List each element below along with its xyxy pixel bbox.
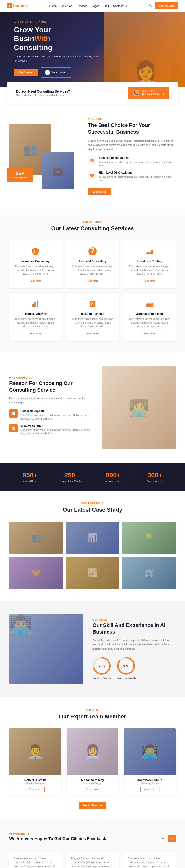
stat-awards: 360+ Awards Winning bbox=[134, 468, 176, 486]
case-item-3[interactable]: 💡 bbox=[122, 522, 176, 554]
nav-links: Home About Us Services Pages Blog Contac… bbox=[50, 4, 127, 8]
service-taxation-link[interactable]: Read More bbox=[86, 332, 98, 335]
member-1-name: Robert R Smith bbox=[13, 778, 57, 782]
nav-pages[interactable]: Pages bbox=[91, 4, 99, 8]
business-growth-percent: 85% bbox=[123, 664, 129, 668]
prev-testimonial-button[interactable]: ← bbox=[159, 835, 166, 842]
manufacturing-icon bbox=[144, 299, 155, 309]
svg-rect-0 bbox=[32, 304, 33, 307]
testimonials-grid: Tonque minim est dolor sit amet consecte… bbox=[9, 852, 176, 868]
business-growth-label: Business Growth bbox=[116, 677, 135, 679]
focused-title: Focused on Industries bbox=[99, 156, 176, 159]
team-header: Our Team Our Expert Team Member bbox=[9, 709, 176, 720]
testimonials-tag: Testimonials bbox=[9, 833, 29, 836]
testimonial-3: Tonque minim est dolor sit amet consecte… bbox=[123, 852, 176, 868]
team-grid: 👨‍💼 Robert R Smith Graphic Designer View… bbox=[9, 728, 176, 796]
skills-image-placeholder: 👨‍💻 bbox=[9, 614, 83, 684]
logo[interactable]: b buconz bbox=[7, 3, 28, 8]
svg-rect-2 bbox=[37, 301, 38, 307]
next-testimonial-button[interactable]: → bbox=[168, 835, 176, 842]
hero-title: Grow Your BusinWith Consulting bbox=[14, 25, 102, 52]
problem-solving-percent: 70% bbox=[99, 664, 105, 668]
skills-title: Our Skill And Experience In All Business bbox=[92, 622, 176, 635]
case-title: Our Latest Case Study bbox=[9, 506, 176, 513]
nav-blog[interactable]: Blog bbox=[103, 4, 109, 8]
service-insurance-link[interactable]: Read More bbox=[30, 280, 42, 282]
member-2-profile-button[interactable]: View Profile bbox=[83, 786, 102, 792]
service-analysis-link[interactable]: Read More bbox=[30, 332, 42, 335]
case-item-4[interactable]: 🤝 bbox=[9, 557, 63, 589]
service-investment-link[interactable]: Read More bbox=[143, 280, 155, 282]
knowledge-desc: Tonque minim est dolor voluptate et ulla… bbox=[99, 175, 176, 182]
reason-creative-desc: Duis delecit minim sed eiusmod tempor in… bbox=[20, 428, 92, 435]
team-section: Our Team Our Expert Team Member 👨‍💼 Robe… bbox=[0, 698, 185, 820]
service-analysis-desc: Duis delecit minim sed eiusmod tempor in… bbox=[14, 317, 57, 329]
member-3-name: Jonathan J Smith bbox=[128, 778, 172, 782]
stat-team: 250+ Expert Team Member bbox=[51, 468, 92, 486]
reason-creative: Creative Solution Duis delecit minim sed… bbox=[9, 424, 92, 435]
skill-business-growth: 85% Business Growth bbox=[116, 657, 135, 679]
phone-info: 📞 Call Us 24/7 (012) 123 4789 bbox=[128, 87, 169, 99]
member-3-image: 👨‍💻 bbox=[124, 728, 176, 775]
get-started-button[interactable]: Get Started bbox=[14, 68, 38, 76]
analysis-icon bbox=[30, 299, 41, 309]
member-2-image: 👩‍💼 bbox=[67, 728, 118, 775]
learn-more-button[interactable]: Learn More bbox=[88, 188, 111, 195]
testimonials-nav: ← → bbox=[159, 835, 176, 842]
get-quote-button[interactable]: Get A Quote bbox=[155, 2, 178, 9]
search-button[interactable]: 🔍 bbox=[149, 4, 152, 8]
skills-tag: Our Skill bbox=[92, 619, 176, 621]
knowledge-title: High Level Of Knowledge bbox=[99, 171, 176, 174]
hero-buttons: Get Started ▶ Watch Video bbox=[14, 67, 102, 78]
reason-helpdesk: Helpdesk Support Duis delecit minim sed … bbox=[9, 409, 92, 421]
stat-projects-label: Activate Project bbox=[96, 480, 130, 482]
case-item-1[interactable]: 👥 bbox=[9, 522, 63, 554]
nav-contact[interactable]: Contact Us bbox=[113, 4, 127, 8]
stat-awards-label: Awards Winning bbox=[138, 480, 172, 482]
case-item-2[interactable]: 📊 bbox=[66, 522, 119, 554]
why-choose-image: 👩‍💻 bbox=[102, 366, 176, 450]
consulting-banner: Do You Need Consulting Services? Steps t… bbox=[7, 82, 178, 104]
about-title: The Best Choice For Your Successful Busi… bbox=[88, 122, 176, 135]
reason-helpdesk-desc: Duis delecit minim sed eiusmod tempor in… bbox=[20, 413, 92, 421]
member-3-profile-button[interactable]: View Profile bbox=[140, 786, 160, 792]
member-1-profile-button[interactable]: View Profile bbox=[26, 786, 45, 792]
focused-desc: Tonque minim est dolor voluptate et ulla… bbox=[99, 160, 176, 167]
service-insurance: Insurance Consulting Duis delecit minim … bbox=[9, 240, 62, 288]
service-financial-title: Financial Consulting bbox=[71, 260, 114, 263]
hero-section: Welcome To Buconz Grow Your BusinWith Co… bbox=[0, 11, 185, 87]
nav-services[interactable]: Services bbox=[77, 4, 87, 8]
nav-about[interactable]: About Us bbox=[61, 4, 72, 8]
member-2-info: Monalisa M May Marketing Design View Pro… bbox=[67, 775, 118, 796]
knowledge-icon bbox=[88, 171, 96, 179]
service-investment-desc: Duis delecit minim sed eiusmod tempor in… bbox=[128, 265, 171, 276]
phone-number: (012) 123 4789 bbox=[142, 92, 164, 96]
service-analysis-title: Financial Analysis bbox=[14, 312, 57, 315]
member-3-role: Marketing Design bbox=[128, 782, 172, 785]
focused-text: Focused on Industries Tonque minim est d… bbox=[99, 156, 176, 167]
problem-solving-label: Problem Solving bbox=[92, 677, 111, 679]
services-title: Our Latest Consulting Services bbox=[9, 225, 176, 232]
service-financial-link[interactable]: Read More bbox=[86, 280, 98, 282]
testimonial-1-text: Tonque minim est dolor sit amet consecte… bbox=[14, 857, 57, 868]
service-manufacturing-link[interactable]: Read More bbox=[143, 332, 155, 335]
nav-home[interactable]: Home bbox=[50, 4, 57, 8]
case-item-6[interactable]: 🏢 bbox=[122, 557, 176, 589]
watch-video-button[interactable]: ▶ Watch Video bbox=[41, 67, 71, 78]
service-analysis: Financial Analysis Duis delecit minim se… bbox=[9, 293, 62, 341]
service-taxation: Taxation Planning Duis delecit minim sed… bbox=[67, 293, 119, 341]
best-choice-section: 👥 💼 25+ Years of Experience About Us The… bbox=[0, 104, 185, 209]
feature-focused: Focused on Industries Tonque minim est d… bbox=[88, 156, 176, 167]
hero-content: Welcome To Buconz Grow Your BusinWith Co… bbox=[14, 21, 102, 78]
team-tag: Our Team bbox=[9, 709, 176, 712]
stat-team-label: Expert Team Member bbox=[55, 480, 88, 482]
why-image-placeholder: 👩‍💻 bbox=[102, 366, 176, 450]
skills-section: 👨‍💻 Our Skill Our Skill And Experience I… bbox=[0, 600, 185, 698]
testimonials-section: Testimonials We Are Very Happy To Get Ou… bbox=[0, 820, 185, 868]
hero-tag: Welcome To Buconz bbox=[14, 21, 102, 24]
case-item-5[interactable]: 📈 bbox=[66, 557, 119, 589]
reason-1-num bbox=[9, 409, 18, 418]
see-all-members-button[interactable]: See All Member bbox=[79, 802, 107, 809]
knowledge-text: High Level Of Knowledge Tonque minim est… bbox=[99, 171, 176, 182]
nav-actions: 🔍 Get A Quote bbox=[149, 2, 178, 9]
